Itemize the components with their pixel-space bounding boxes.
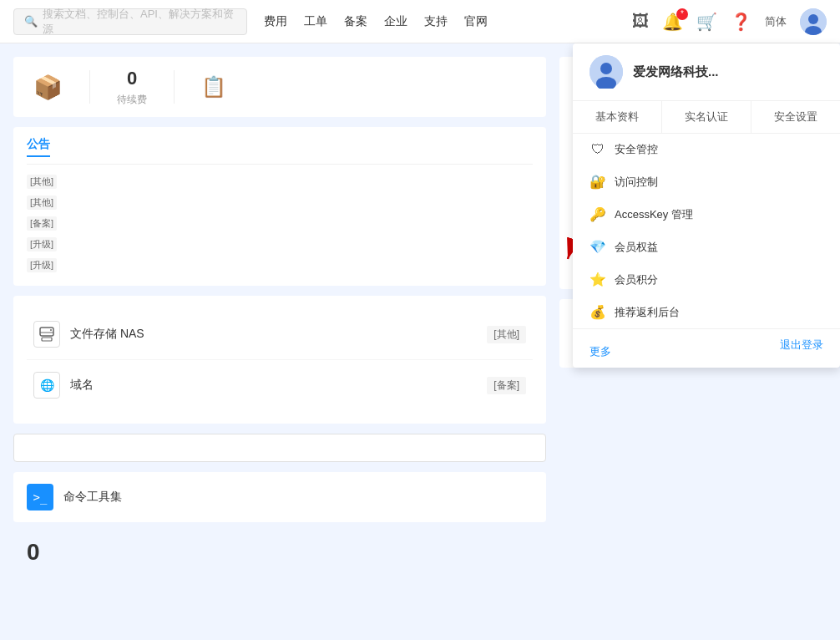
nas-icon	[33, 321, 60, 348]
pending-fee-num: 0	[127, 68, 137, 89]
svg-point-1	[808, 14, 818, 24]
dropdown-username: 爱发网络科技...	[633, 64, 719, 80]
svg-rect-3	[40, 328, 53, 336]
nas-tag: [其他]	[487, 326, 526, 343]
stat-divider-2	[174, 70, 175, 104]
dropdown-item-membership[interactable]: 💎 会员权益	[573, 231, 840, 263]
announce-item-4[interactable]: [升级]	[27, 234, 533, 255]
command-icon: >_	[27, 484, 53, 510]
service-item-domain[interactable]: 🌐 域名 [备案]	[27, 360, 533, 410]
announce-section: 公告 [其他] [其他] [备案] [升级] [升级]	[13, 127, 546, 286]
language-button[interactable]: 简体	[765, 14, 787, 29]
user-dropdown: 爱发网络科技... 基本资料 实名认证 安全设置 🛡 安全管控 🔐 访问控制 🔑…	[573, 43, 840, 368]
cart-icon[interactable]: 🛒	[696, 12, 717, 32]
svg-rect-6	[42, 338, 52, 341]
search-box[interactable]: 🔍 搜索文档、控制台、API、解决方案和资源	[13, 8, 247, 35]
dropdown-tab-verification[interactable]: 实名认证	[662, 101, 751, 133]
pending-fee-stat: 0 待续费	[117, 68, 147, 107]
notification-icon[interactable]: 🔔 *	[662, 12, 683, 32]
access-control-icon: 🔐	[590, 174, 606, 190]
service-item-nas[interactable]: 文件存储 NAS [其他]	[27, 309, 533, 360]
announce-item-3[interactable]: [备案]	[27, 213, 533, 234]
domain-icon: 🌐	[33, 372, 60, 399]
dropdown-item-points[interactable]: ⭐ 会员积分	[573, 263, 840, 296]
command-tool-label: 命令工具集	[63, 490, 122, 505]
svg-point-5	[50, 329, 52, 331]
announce-tag-1: [其他]	[27, 175, 57, 189]
notification-badge: *	[676, 8, 688, 20]
announce-tag-2: [其他]	[27, 196, 57, 210]
user-avatar[interactable]	[800, 8, 827, 35]
dropdown-footer: 更多 退出登录	[573, 328, 840, 368]
search-placeholder: 搜索文档、控制台、API、解决方案和资源	[43, 7, 236, 37]
search-icon: 🔍	[24, 15, 38, 28]
pending-fee-label: 待续费	[117, 93, 147, 107]
dropdown-item-label-referral: 推荐返利后台	[615, 305, 680, 320]
dropdown-tab-profile[interactable]: 基本资料	[573, 101, 661, 133]
svg-point-16	[600, 63, 612, 74]
nav-items: 费用 工单 备案 企业 支持 官网	[264, 14, 488, 29]
service-list: 文件存储 NAS [其他] 🌐 域名 [备案]	[13, 296, 546, 424]
dropdown-item-accesskey[interactable]: 🔑 AccessKey 管理	[573, 198, 840, 231]
domain-tag: [备案]	[487, 377, 526, 394]
announce-tab-bulletin[interactable]: 公告	[27, 137, 50, 157]
nav-fee[interactable]: 费用	[264, 14, 287, 29]
stats-bar: 📦 0 待续费 📋	[13, 57, 546, 117]
command-tool[interactable]: >_ 命令工具集	[13, 472, 546, 522]
announce-item-5[interactable]: [升级]	[27, 255, 533, 276]
nas-label: 文件存储 NAS	[70, 327, 144, 342]
main-search-bar[interactable]	[13, 434, 546, 462]
dropdown-item-access-control[interactable]: 🔐 访问控制	[573, 165, 840, 198]
count-section: 0	[13, 532, 546, 572]
domain-label: 域名	[70, 378, 94, 393]
announce-tag-3: [备案]	[27, 216, 57, 231]
dropdown-item-label-accesskey: AccessKey 管理	[615, 207, 693, 222]
dropdown-tabs: 基本资料 实名认证 安全设置	[573, 101, 840, 134]
logout-button[interactable]: 退出登录	[780, 338, 823, 359]
nav-support[interactable]: 支持	[424, 14, 448, 29]
points-icon: ⭐	[590, 272, 606, 287]
membership-icon: 💎	[590, 239, 606, 255]
security-control-icon: 🛡	[590, 142, 606, 157]
dropdown-item-referral[interactable]: 💰 推荐返利后台	[573, 296, 840, 328]
announce-tag-5: [升级]	[27, 258, 57, 272]
nav-enterprise[interactable]: 企业	[384, 14, 407, 29]
nav-filing[interactable]: 备案	[344, 14, 367, 29]
nav-ticket[interactable]: 工单	[304, 14, 327, 29]
dropdown-item-label-security: 安全管控	[615, 142, 658, 157]
header-right: 🖼 🔔 * 🛒 ❓ 简体	[632, 8, 827, 35]
doc-stat: 📋	[201, 75, 226, 99]
announce-item-1[interactable]: [其他]	[27, 171, 533, 192]
accesskey-icon: 🔑	[590, 206, 606, 222]
announce-tag-4: [升级]	[27, 237, 57, 251]
help-icon[interactable]: ❓	[731, 12, 751, 32]
count-number: 0	[27, 532, 40, 571]
header: 🔍 搜索文档、控制台、API、解决方案和资源 费用 工单 备案 企业 支持 官网…	[0, 0, 840, 43]
stat-divider-1	[89, 70, 90, 104]
main-search-input[interactable]	[28, 441, 532, 455]
dropdown-tab-security[interactable]: 安全设置	[751, 101, 840, 133]
dropdown-header: 爱发网络科技...	[573, 43, 840, 101]
nav-official[interactable]: 官网	[464, 14, 488, 29]
pending-package-stat: 📦	[33, 74, 63, 101]
dropdown-item-label-access: 访问控制	[615, 175, 658, 190]
dropdown-item-label-points: 会员积分	[615, 272, 658, 287]
image-icon[interactable]: 🖼	[632, 12, 649, 31]
announce-tabs: 公告	[27, 137, 533, 165]
dropdown-avatar	[590, 55, 623, 89]
referral-icon: 💰	[590, 304, 606, 320]
dropdown-item-label-membership: 会员权益	[615, 240, 658, 255]
announce-item-2[interactable]: [其他]	[27, 192, 533, 213]
dropdown-item-security-control[interactable]: 🛡 安全管控	[573, 134, 840, 165]
left-panel: 📦 0 待续费 📋 公告 [其他] [其他] [备案]	[13, 57, 546, 627]
dropdown-more-link[interactable]: 更多	[590, 344, 611, 359]
